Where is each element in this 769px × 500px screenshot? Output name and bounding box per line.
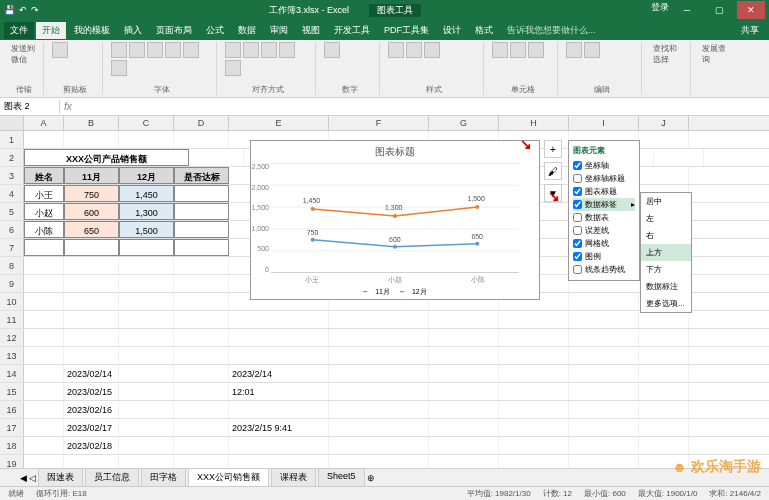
cell[interactable] — [24, 383, 64, 400]
cell[interactable] — [229, 311, 329, 328]
row-header[interactable]: 3 — [0, 167, 24, 184]
cell[interactable] — [229, 401, 329, 418]
cell[interactable] — [429, 347, 499, 364]
cell[interactable] — [639, 419, 689, 436]
minimize-button[interactable]: ─ — [673, 1, 701, 19]
checkbox[interactable] — [573, 265, 582, 274]
col-header[interactable]: I — [569, 116, 639, 130]
cell[interactable] — [24, 131, 64, 148]
sort-icon[interactable] — [584, 42, 600, 58]
sheet-tab[interactable]: XXX公司销售额 — [188, 468, 269, 487]
cell[interactable]: 小赵 — [24, 203, 64, 220]
save-icon[interactable]: 💾 — [4, 5, 15, 15]
submenu-item[interactable]: 下方 — [641, 261, 691, 278]
cell[interactable] — [24, 365, 64, 382]
submenu-item[interactable]: 左 — [641, 210, 691, 227]
cell[interactable]: 姓名 — [24, 167, 64, 184]
checkbox[interactable] — [573, 239, 582, 248]
cell[interactable] — [429, 401, 499, 418]
sheet-tab[interactable]: 课程表 — [271, 468, 316, 487]
row-header[interactable]: 14 — [0, 365, 24, 382]
row-header[interactable]: 7 — [0, 239, 24, 256]
cell[interactable] — [119, 293, 174, 310]
cell[interactable] — [639, 401, 689, 418]
name-box[interactable]: 图表 2 — [0, 100, 60, 113]
sheet-tab[interactable]: 田字格 — [141, 468, 186, 487]
cell[interactable] — [119, 401, 174, 418]
cell[interactable] — [64, 311, 119, 328]
cell[interactable] — [569, 383, 639, 400]
cell[interactable] — [639, 167, 689, 184]
cell[interactable] — [499, 329, 569, 346]
cell[interactable] — [64, 347, 119, 364]
cell[interactable]: 2023/02/16 — [64, 401, 119, 418]
cell[interactable] — [189, 149, 244, 166]
cell[interactable] — [64, 275, 119, 292]
fill-icon[interactable] — [183, 42, 199, 58]
chart-legend[interactable]: ━11月 ━12月 — [251, 285, 539, 299]
chart-element-option[interactable]: 坐标轴 — [573, 159, 635, 172]
cell[interactable] — [119, 365, 174, 382]
redo-icon[interactable]: ↷ — [31, 5, 39, 15]
cell[interactable] — [174, 347, 229, 364]
cell[interactable] — [119, 257, 174, 274]
cell[interactable] — [639, 347, 689, 364]
cell[interactable] — [569, 437, 639, 454]
checkbox[interactable] — [573, 226, 582, 235]
cell[interactable] — [174, 131, 229, 148]
cell[interactable]: 750 — [64, 185, 119, 202]
cell[interactable] — [499, 383, 569, 400]
wrap-icon[interactable] — [279, 42, 295, 58]
cell[interactable]: 650 — [64, 221, 119, 238]
cell[interactable] — [569, 401, 639, 418]
cell[interactable] — [569, 293, 639, 310]
bold-icon[interactable] — [111, 42, 127, 58]
col-header[interactable]: F — [329, 116, 429, 130]
cell[interactable] — [569, 347, 639, 364]
checkbox[interactable] — [573, 213, 582, 222]
cell[interactable] — [119, 329, 174, 346]
cell[interactable] — [174, 239, 229, 256]
row-header[interactable]: 2 — [0, 149, 24, 166]
cell[interactable]: 小王 — [24, 185, 64, 202]
cell[interactable] — [174, 275, 229, 292]
menu-formulas[interactable]: 公式 — [200, 22, 230, 39]
col-header[interactable]: A — [24, 116, 64, 130]
cell[interactable] — [499, 437, 569, 454]
row-header[interactable]: 5 — [0, 203, 24, 220]
cell[interactable] — [229, 437, 329, 454]
share-button[interactable]: 共享 — [735, 22, 765, 39]
checkbox[interactable] — [573, 187, 582, 196]
cell[interactable]: 12:01 — [229, 383, 329, 400]
new-sheet-icon[interactable]: ⊕ — [367, 473, 375, 483]
cell[interactable] — [64, 131, 119, 148]
checkbox[interactable] — [573, 200, 582, 209]
checkbox[interactable] — [573, 252, 582, 261]
row-header[interactable]: 18 — [0, 437, 24, 454]
find-select[interactable]: 查找和选择 — [650, 42, 686, 66]
cell[interactable]: 1,300 — [119, 203, 174, 220]
cell[interactable] — [569, 365, 639, 382]
login-label[interactable]: 登录 — [651, 1, 669, 19]
cell[interactable]: 2023/2/15 9:41 — [229, 419, 329, 436]
cell[interactable] — [64, 257, 119, 274]
cell[interactable] — [174, 437, 229, 454]
cell[interactable] — [639, 131, 689, 148]
menu-format[interactable]: 格式 — [469, 22, 499, 39]
row-header[interactable]: 4 — [0, 185, 24, 202]
menu-file[interactable]: 文件 — [4, 22, 34, 39]
cell[interactable] — [654, 149, 704, 166]
menu-pdf[interactable]: PDF工具集 — [378, 22, 435, 39]
menu-templates[interactable]: 我的模板 — [68, 22, 116, 39]
cell[interactable] — [229, 329, 329, 346]
menu-data[interactable]: 数据 — [232, 22, 262, 39]
menu-home[interactable]: 开始 — [36, 22, 66, 39]
submenu-item[interactable]: 上方 — [641, 244, 691, 261]
submenu-item[interactable]: 居中 — [641, 193, 691, 210]
cell[interactable]: 11月 — [64, 167, 119, 184]
row-header[interactable]: 12 — [0, 329, 24, 346]
merge-icon[interactable] — [225, 60, 241, 76]
col-header[interactable]: J — [639, 116, 689, 130]
menu-page-layout[interactable]: 页面布局 — [150, 22, 198, 39]
cell[interactable] — [119, 437, 174, 454]
